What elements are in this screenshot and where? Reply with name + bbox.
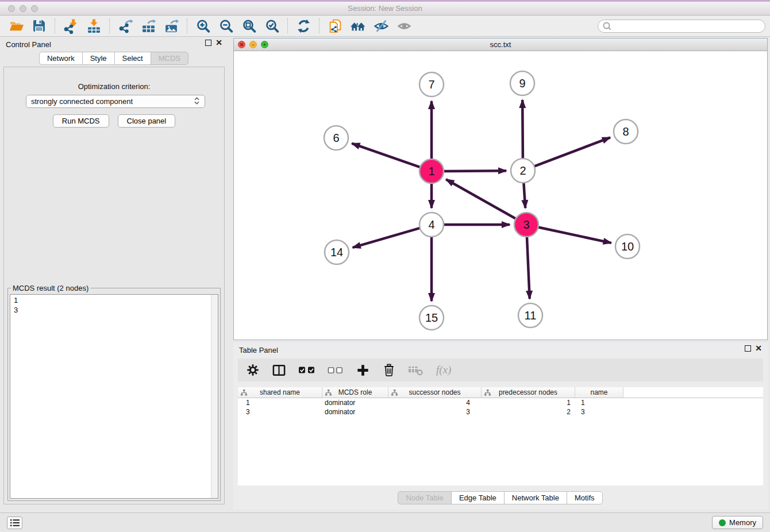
tab-node-table[interactable]: Node Table <box>398 491 452 504</box>
control-panel-title: Control Panel <box>6 40 51 49</box>
table-row[interactable]: 1dominator411 <box>238 398 763 407</box>
graph-edge-1-6[interactable] <box>352 144 421 168</box>
refresh-view-button[interactable] <box>292 17 315 35</box>
save-session-button[interactable] <box>28 17 51 35</box>
column-header-shared-name[interactable]: shared name <box>238 387 322 398</box>
export-table-button[interactable] <box>137 17 160 35</box>
graph-edge-4-14[interactable] <box>353 228 421 248</box>
network-window-titlebar[interactable]: ✕ − + scc.txt <box>234 38 767 51</box>
export-network-icon <box>118 18 133 34</box>
export-image-button[interactable] <box>160 17 183 35</box>
column-header-MCDS-role[interactable]: MCDS role <box>322 387 388 398</box>
search-box[interactable] <box>598 20 765 33</box>
zoom-fit-button[interactable] <box>237 17 260 35</box>
split-view-button[interactable] <box>272 363 286 377</box>
search-input[interactable] <box>611 21 761 30</box>
graph-edge-3-10[interactable] <box>538 227 611 243</box>
graph-node-11[interactable]: 11 <box>518 303 542 327</box>
control-panel: Control Panel ✕ NetworkStyleSelectMCDS O… <box>0 37 228 512</box>
toolbar-separator <box>287 18 288 33</box>
import-network-button[interactable] <box>59 17 82 35</box>
table-row[interactable]: 3dominator323 <box>238 407 763 417</box>
import-table-button[interactable] <box>82 17 105 35</box>
close-panel-icon[interactable]: ✕ <box>215 40 222 46</box>
tab-motifs[interactable]: Motifs <box>567 491 603 504</box>
graph-node-3[interactable]: 3 <box>514 213 538 237</box>
cell-successor-nodes[interactable]: 3 <box>388 407 482 417</box>
select-all-button[interactable] <box>298 365 315 375</box>
zoom-selected-button[interactable] <box>260 17 283 35</box>
zoom-in-button[interactable] <box>191 17 214 35</box>
add-column-button[interactable] <box>356 363 370 377</box>
show-hide-panels-button[interactable] <box>369 17 392 35</box>
mcds-result-list[interactable]: 13 <box>10 294 218 499</box>
close-panel-button[interactable]: Close panel <box>118 114 176 128</box>
cell-name[interactable]: 3 <box>575 407 623 417</box>
cell-name[interactable]: 1 <box>575 398 623 407</box>
graph-node-8[interactable]: 8 <box>614 119 638 144</box>
cell-shared-name[interactable]: 3 <box>238 407 322 417</box>
float-panel-icon[interactable] <box>205 40 211 46</box>
control-panel-tabs: NetworkStyleSelectMCDS <box>0 52 228 65</box>
graph-node-2[interactable]: 2 <box>511 159 535 183</box>
column-header-name[interactable]: name <box>575 387 623 398</box>
table-toolbar: f(x) <box>238 358 763 381</box>
graph-edge-3-11[interactable] <box>527 236 530 299</box>
graph-node-1[interactable]: 1 <box>419 159 444 183</box>
plus-icon <box>356 363 370 377</box>
cell-predecessor-nodes[interactable]: 2 <box>482 407 575 417</box>
tab-network[interactable]: Network <box>39 52 83 65</box>
run-mcds-button[interactable]: Run MCDS <box>53 114 109 128</box>
graph-node-4[interactable]: 4 <box>419 213 444 237</box>
tab-edge-table[interactable]: Edge Table <box>451 491 505 504</box>
task-history-button[interactable] <box>7 516 22 529</box>
search-icon <box>602 21 611 30</box>
table-settings-button[interactable] <box>246 363 260 377</box>
cell-MCDS-role[interactable]: dominator <box>322 398 388 407</box>
memory-button[interactable]: Memory <box>712 516 763 529</box>
graph-node-7[interactable]: 7 <box>419 72 444 97</box>
open-session-button[interactable] <box>5 17 28 35</box>
cell-shared-name[interactable]: 1 <box>238 398 322 407</box>
graph-edge-2-9[interactable] <box>522 100 523 159</box>
mcds-result-item: 3 <box>14 305 218 315</box>
tab-mcds[interactable]: MCDS <box>151 52 188 65</box>
graph-node-15[interactable]: 15 <box>419 306 444 330</box>
cell-predecessor-nodes[interactable]: 1 <box>482 398 575 407</box>
svg-text:14: 14 <box>330 246 343 259</box>
open-folder-icon <box>9 18 24 34</box>
close-table-panel-icon[interactable]: ✕ <box>755 345 762 352</box>
node-table[interactable]: shared nameMCDS rolesuccessor nodesprede… <box>238 387 763 485</box>
graph-edge-3-1[interactable] <box>446 179 516 219</box>
graph-edge-1-2[interactable] <box>443 171 506 171</box>
column-header-predecessor-nodes[interactable]: predecessor nodes <box>482 387 575 398</box>
export-network-button[interactable] <box>114 17 137 35</box>
zoom-out-icon <box>218 18 234 34</box>
tab-select[interactable]: Select <box>114 52 151 65</box>
network-canvas[interactable]: 7968124314101511 <box>234 51 767 340</box>
column-header-successor-nodes[interactable]: successor nodes <box>388 387 482 398</box>
apply-function-button[interactable]: f(x) <box>436 364 451 376</box>
cell-successor-nodes[interactable]: 4 <box>388 398 482 407</box>
zoom-out-button[interactable] <box>214 17 237 35</box>
criterion-select[interactable]: strongly connected component <box>26 95 205 108</box>
graph-node-14[interactable]: 14 <box>325 240 349 264</box>
column-type-icon <box>484 389 491 396</box>
graph-node-9[interactable]: 9 <box>510 71 534 95</box>
graph-node-10[interactable]: 10 <box>615 234 640 259</box>
status-bar: Memory <box>0 512 770 532</box>
graph-node-6[interactable]: 6 <box>324 126 348 150</box>
preview-button[interactable] <box>392 17 415 35</box>
home-layout-button[interactable] <box>346 17 369 35</box>
float-table-panel-icon[interactable] <box>745 345 751 352</box>
delete-column-button[interactable] <box>382 363 396 377</box>
graph-edge-2-8[interactable] <box>534 137 610 167</box>
tab-network-table[interactable]: Network Table <box>504 491 567 504</box>
tab-style[interactable]: Style <box>82 52 115 65</box>
delete-table-button[interactable] <box>408 364 424 376</box>
mcds-tab-content: Optimization criterion: strongly connect… <box>3 67 225 504</box>
graph-edge-2-3[interactable] <box>523 182 525 208</box>
cell-MCDS-role[interactable]: dominator <box>322 407 388 417</box>
deselect-all-button[interactable] <box>328 366 344 375</box>
clone-network-button[interactable] <box>324 17 346 35</box>
